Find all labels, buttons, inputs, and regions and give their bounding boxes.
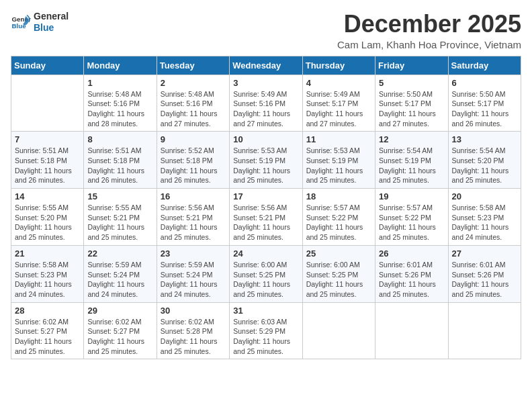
- calendar-cell: 21Sunrise: 5:58 AM Sunset: 5:23 PM Dayli…: [11, 245, 84, 302]
- day-info: Sunrise: 5:59 AM Sunset: 5:24 PM Dayligh…: [87, 260, 152, 300]
- day-number: 21: [15, 248, 80, 259]
- month-title: December 2025: [337, 11, 521, 38]
- calendar-cell: 18Sunrise: 5:57 AM Sunset: 5:22 PM Dayli…: [302, 189, 375, 246]
- calendar-cell: 26Sunrise: 6:01 AM Sunset: 5:26 PM Dayli…: [375, 245, 448, 302]
- day-info: Sunrise: 5:56 AM Sunset: 5:21 PM Dayligh…: [233, 203, 298, 242]
- day-info: Sunrise: 6:02 AM Sunset: 5:27 PM Dayligh…: [15, 317, 80, 357]
- calendar-cell: 6Sunrise: 5:50 AM Sunset: 5:17 PM Daylig…: [448, 75, 521, 132]
- calendar-cell: [11, 75, 84, 132]
- weekday-header-saturday: Saturday: [448, 56, 521, 75]
- day-info: Sunrise: 5:57 AM Sunset: 5:22 PM Dayligh…: [379, 203, 444, 242]
- day-info: Sunrise: 5:51 AM Sunset: 5:18 PM Dayligh…: [87, 146, 152, 185]
- title-block: December 2025 Cam Lam, Khanh Hoa Provinc…: [337, 11, 521, 50]
- day-info: Sunrise: 6:02 AM Sunset: 5:28 PM Dayligh…: [161, 317, 226, 357]
- calendar-cell: 10Sunrise: 5:53 AM Sunset: 5:19 PM Dayli…: [230, 132, 302, 189]
- calendar-cell: 30Sunrise: 6:02 AM Sunset: 5:28 PM Dayli…: [157, 302, 229, 359]
- header: General Blue General Blue December 2025 …: [11, 11, 521, 50]
- calendar-cell: 9Sunrise: 5:52 AM Sunset: 5:18 PM Daylig…: [157, 132, 229, 189]
- weekday-header-sunday: Sunday: [11, 56, 84, 75]
- day-info: Sunrise: 5:49 AM Sunset: 5:16 PM Dayligh…: [233, 89, 298, 129]
- day-number: 19: [379, 191, 444, 201]
- weekday-header-friday: Friday: [375, 56, 448, 75]
- day-number: 22: [87, 248, 152, 259]
- logo-icon: General Blue: [11, 12, 31, 32]
- day-number: 29: [87, 306, 152, 316]
- day-number: 2: [161, 78, 226, 88]
- day-number: 24: [233, 248, 298, 259]
- day-number: 12: [379, 134, 444, 144]
- day-info: Sunrise: 5:52 AM Sunset: 5:18 PM Dayligh…: [161, 146, 226, 185]
- calendar-cell: 2Sunrise: 5:48 AM Sunset: 5:16 PM Daylig…: [157, 75, 229, 132]
- day-info: Sunrise: 5:50 AM Sunset: 5:17 PM Dayligh…: [452, 89, 517, 129]
- calendar-cell: 28Sunrise: 6:02 AM Sunset: 5:27 PM Dayli…: [11, 302, 84, 359]
- day-number: 14: [15, 191, 80, 201]
- day-info: Sunrise: 6:01 AM Sunset: 5:26 PM Dayligh…: [452, 260, 517, 300]
- day-info: Sunrise: 6:00 AM Sunset: 5:25 PM Dayligh…: [233, 260, 298, 300]
- calendar-cell: 14Sunrise: 5:55 AM Sunset: 5:20 PM Dayli…: [11, 189, 84, 246]
- day-info: Sunrise: 6:00 AM Sunset: 5:25 PM Dayligh…: [306, 260, 371, 300]
- calendar-cell: 23Sunrise: 5:59 AM Sunset: 5:24 PM Dayli…: [157, 245, 229, 302]
- calendar-cell: 5Sunrise: 5:50 AM Sunset: 5:17 PM Daylig…: [375, 75, 448, 132]
- day-number: 10: [233, 134, 298, 144]
- calendar-body: 1Sunrise: 5:48 AM Sunset: 5:16 PM Daylig…: [11, 75, 521, 359]
- day-info: Sunrise: 6:03 AM Sunset: 5:29 PM Dayligh…: [233, 317, 298, 357]
- subtitle: Cam Lam, Khanh Hoa Province, Vietnam: [337, 39, 521, 50]
- calendar-cell: 27Sunrise: 6:01 AM Sunset: 5:26 PM Dayli…: [448, 245, 521, 302]
- day-number: 15: [87, 191, 152, 201]
- logo: General Blue General Blue: [11, 11, 69, 34]
- day-number: 7: [15, 134, 80, 144]
- day-info: Sunrise: 5:53 AM Sunset: 5:19 PM Dayligh…: [306, 146, 371, 185]
- day-number: 30: [161, 306, 226, 316]
- calendar-cell: 13Sunrise: 5:54 AM Sunset: 5:20 PM Dayli…: [448, 132, 521, 189]
- calendar-cell: [448, 302, 521, 359]
- calendar-cell: 12Sunrise: 5:54 AM Sunset: 5:19 PM Dayli…: [375, 132, 448, 189]
- day-number: 18: [306, 191, 371, 201]
- day-number: 3: [233, 78, 298, 88]
- weekday-header-monday: Monday: [84, 56, 157, 75]
- day-info: Sunrise: 5:48 AM Sunset: 5:16 PM Dayligh…: [161, 89, 226, 129]
- day-info: Sunrise: 5:59 AM Sunset: 5:24 PM Dayligh…: [161, 260, 226, 300]
- calendar-cell: 7Sunrise: 5:51 AM Sunset: 5:18 PM Daylig…: [11, 132, 84, 189]
- calendar-cell: [375, 302, 448, 359]
- calendar-cell: 16Sunrise: 5:56 AM Sunset: 5:21 PM Dayli…: [157, 189, 229, 246]
- calendar-cell: [302, 302, 375, 359]
- day-number: 9: [161, 134, 226, 144]
- calendar-cell: 29Sunrise: 6:02 AM Sunset: 5:27 PM Dayli…: [84, 302, 157, 359]
- weekday-header-tuesday: Tuesday: [157, 56, 229, 75]
- day-number: 13: [452, 134, 517, 144]
- calendar-cell: 20Sunrise: 5:58 AM Sunset: 5:23 PM Dayli…: [448, 189, 521, 246]
- day-number: 8: [87, 134, 152, 144]
- logo-general: General: [34, 11, 69, 22]
- calendar-cell: 22Sunrise: 5:59 AM Sunset: 5:24 PM Dayli…: [84, 245, 157, 302]
- weekday-header-row: SundayMondayTuesdayWednesdayThursdayFrid…: [11, 56, 521, 75]
- logo-blue: Blue: [34, 22, 69, 34]
- day-info: Sunrise: 5:48 AM Sunset: 5:16 PM Dayligh…: [87, 89, 152, 129]
- day-info: Sunrise: 5:54 AM Sunset: 5:19 PM Dayligh…: [379, 146, 444, 185]
- day-info: Sunrise: 5:53 AM Sunset: 5:19 PM Dayligh…: [233, 146, 298, 185]
- day-number: 25: [306, 248, 371, 259]
- calendar-week-row: 28Sunrise: 6:02 AM Sunset: 5:27 PM Dayli…: [11, 302, 521, 359]
- calendar-cell: 8Sunrise: 5:51 AM Sunset: 5:18 PM Daylig…: [84, 132, 157, 189]
- calendar-cell: 17Sunrise: 5:56 AM Sunset: 5:21 PM Dayli…: [230, 189, 302, 246]
- calendar-week-row: 14Sunrise: 5:55 AM Sunset: 5:20 PM Dayli…: [11, 189, 521, 246]
- day-info: Sunrise: 5:54 AM Sunset: 5:20 PM Dayligh…: [452, 146, 517, 185]
- calendar-cell: 1Sunrise: 5:48 AM Sunset: 5:16 PM Daylig…: [84, 75, 157, 132]
- weekday-header-wednesday: Wednesday: [230, 56, 302, 75]
- day-number: 5: [379, 78, 444, 88]
- day-info: Sunrise: 5:58 AM Sunset: 5:23 PM Dayligh…: [15, 260, 80, 300]
- day-number: 27: [452, 248, 517, 259]
- calendar-cell: 3Sunrise: 5:49 AM Sunset: 5:16 PM Daylig…: [230, 75, 302, 132]
- day-info: Sunrise: 5:55 AM Sunset: 5:20 PM Dayligh…: [15, 203, 80, 242]
- day-number: 20: [452, 191, 517, 201]
- day-number: 31: [233, 306, 298, 316]
- day-number: 4: [306, 78, 371, 88]
- day-number: 16: [161, 191, 226, 201]
- day-info: Sunrise: 5:55 AM Sunset: 5:21 PM Dayligh…: [87, 203, 152, 242]
- weekday-header-thursday: Thursday: [302, 56, 375, 75]
- day-number: 17: [233, 191, 298, 201]
- day-info: Sunrise: 6:02 AM Sunset: 5:27 PM Dayligh…: [87, 317, 152, 357]
- calendar-week-row: 1Sunrise: 5:48 AM Sunset: 5:16 PM Daylig…: [11, 75, 521, 132]
- calendar-cell: 15Sunrise: 5:55 AM Sunset: 5:21 PM Dayli…: [84, 189, 157, 246]
- day-info: Sunrise: 6:01 AM Sunset: 5:26 PM Dayligh…: [379, 260, 444, 300]
- calendar-cell: 4Sunrise: 5:49 AM Sunset: 5:17 PM Daylig…: [302, 75, 375, 132]
